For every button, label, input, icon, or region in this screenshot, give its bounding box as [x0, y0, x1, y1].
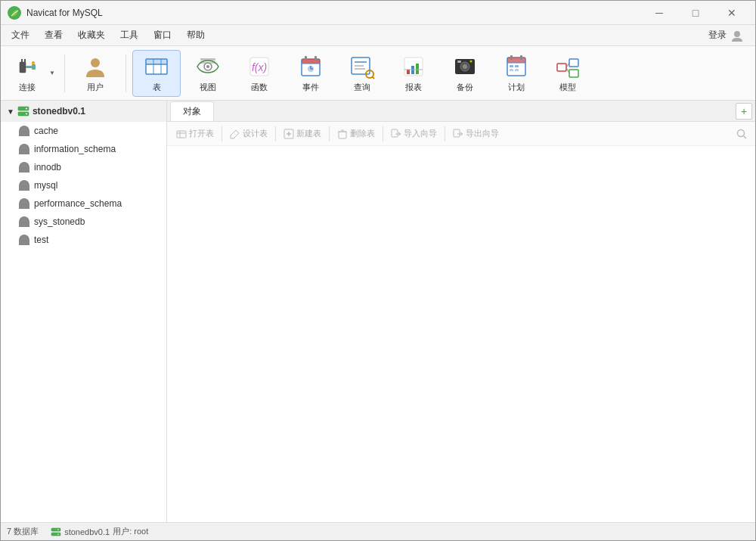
report-icon: [400, 53, 427, 80]
svg-rect-50: [515, 65, 519, 67]
menu-help[interactable]: 帮助: [179, 26, 212, 45]
connect-button[interactable]: 连接 ▼: [7, 50, 58, 97]
connect-dropdown-arrow[interactable]: ▼: [47, 50, 57, 97]
svg-rect-13: [146, 59, 167, 64]
window-controls: ─ □ ✕: [642, 1, 749, 25]
db-performance-schema[interactable]: performance_schema: [1, 194, 166, 213]
db-sys-stonedb[interactable]: sys_stonedb: [1, 213, 166, 231]
db-icon-innodb: [19, 162, 29, 173]
svg-rect-54: [569, 59, 578, 67]
db-icon-mysql: [19, 180, 29, 191]
connect-icon: [14, 53, 41, 80]
tab-bar: 对象 +: [167, 101, 755, 122]
db-name-information-schema: information_schema: [34, 144, 116, 154]
main-panel: 对象 + 打开表: [167, 101, 755, 522]
svg-rect-55: [569, 70, 578, 77]
backup-icon: [451, 53, 479, 80]
menu-file[interactable]: 文件: [4, 26, 37, 45]
event-icon: [297, 53, 324, 80]
svg-line-33: [373, 77, 375, 79]
event-label: 事件: [302, 82, 319, 93]
plan-icon: [503, 53, 530, 80]
objects-panel: [167, 146, 755, 522]
expand-arrow-icon: ▼: [7, 107, 14, 116]
db-mysql[interactable]: mysql: [1, 176, 166, 194]
db-innodb[interactable]: innodb: [1, 158, 166, 176]
model-button[interactable]: 模型: [544, 50, 592, 97]
svg-rect-51: [510, 69, 513, 71]
view-button[interactable]: 视图: [184, 50, 232, 97]
action-sep-3: [329, 126, 330, 141]
plan-button[interactable]: 计划: [492, 50, 541, 97]
db-name-test: test: [34, 235, 48, 245]
main-window: Navicat for MySQL ─ □ ✕ 文件 查看 收藏夹 工具 窗口 …: [0, 0, 756, 541]
svg-rect-47: [510, 55, 513, 60]
connection-name: stonedbv0.1: [33, 106, 85, 117]
svg-rect-21: [302, 59, 320, 64]
toolbar: 连接 ▼ 用户: [1, 46, 755, 101]
report-button[interactable]: 报表: [389, 50, 438, 97]
model-label: 模型: [559, 82, 576, 93]
db-cache[interactable]: cache: [1, 122, 166, 140]
menu-window[interactable]: 窗口: [146, 26, 179, 45]
db-name-mysql: mysql: [34, 180, 57, 191]
maximize-button[interactable]: □: [678, 1, 713, 25]
server-icon: [17, 105, 29, 117]
svg-rect-2: [20, 62, 26, 73]
view-icon: [194, 53, 222, 80]
connect-main[interactable]: 连接: [8, 50, 47, 97]
db-name-sys-stonedb: sys_stonedb: [34, 216, 85, 227]
status-user: 用户: root: [113, 526, 148, 537]
add-tab-button[interactable]: +: [736, 103, 752, 120]
user-button[interactable]: 用户: [71, 50, 119, 97]
svg-rect-45: [507, 58, 525, 63]
export-icon: [453, 129, 463, 139]
db-information-schema[interactable]: information_schema: [1, 140, 166, 158]
svg-rect-37: [416, 64, 419, 74]
event-button[interactable]: 事件: [287, 50, 335, 97]
svg-text:f(x): f(x): [252, 61, 267, 73]
function-label: 函数: [251, 82, 268, 93]
svg-rect-24: [314, 56, 317, 61]
svg-point-80: [57, 533, 59, 535]
backup-button[interactable]: 备份: [441, 50, 489, 97]
menu-favorites[interactable]: 收藏夹: [70, 26, 113, 45]
connection-node[interactable]: ▼ stonedbv0.1: [1, 101, 166, 122]
open-table-button[interactable]: 打开表: [172, 126, 218, 141]
db-test[interactable]: test: [1, 231, 166, 249]
db-icon-sys-stonedb: [19, 216, 29, 227]
query-icon: [349, 53, 376, 80]
login-button[interactable]: 登录: [701, 25, 752, 46]
new-table-button[interactable]: 新建表: [279, 126, 326, 141]
tab-actions: +: [736, 103, 752, 121]
table-button[interactable]: 表: [132, 50, 181, 97]
report-label: 报表: [405, 82, 422, 93]
db-icon-information-schema: [19, 144, 29, 154]
menu-tools[interactable]: 工具: [113, 26, 146, 45]
svg-rect-68: [339, 132, 346, 138]
search-button[interactable]: [733, 125, 751, 143]
svg-rect-52: [515, 69, 519, 71]
open-table-icon: [176, 129, 187, 139]
query-button[interactable]: 查询: [338, 50, 386, 97]
minimize-button[interactable]: ─: [642, 1, 677, 25]
app-logo: [7, 5, 22, 20]
design-table-button[interactable]: 设计表: [225, 126, 272, 141]
plan-label: 计划: [508, 82, 525, 93]
action-sep-2: [275, 126, 276, 141]
toolbar-sep-1: [64, 54, 65, 92]
tab-objects[interactable]: 对象: [170, 101, 214, 121]
action-sep-5: [445, 126, 445, 141]
delete-table-button[interactable]: 删除表: [333, 126, 380, 141]
status-server-icon: [51, 527, 61, 537]
close-button[interactable]: ✕: [714, 1, 749, 25]
menu-view[interactable]: 查看: [37, 26, 70, 45]
backup-label: 备份: [457, 82, 473, 93]
export-wizard-button[interactable]: 导出向导: [448, 126, 503, 141]
table-icon: [143, 53, 170, 80]
user-avatar-icon: [730, 28, 745, 43]
import-wizard-button[interactable]: 导入向导: [386, 126, 442, 141]
function-button[interactable]: f(x) 函数: [235, 50, 284, 97]
statusbar: 7 数据库 stonedbv0.1 用户: root: [1, 522, 755, 540]
user-icon: [82, 53, 109, 80]
